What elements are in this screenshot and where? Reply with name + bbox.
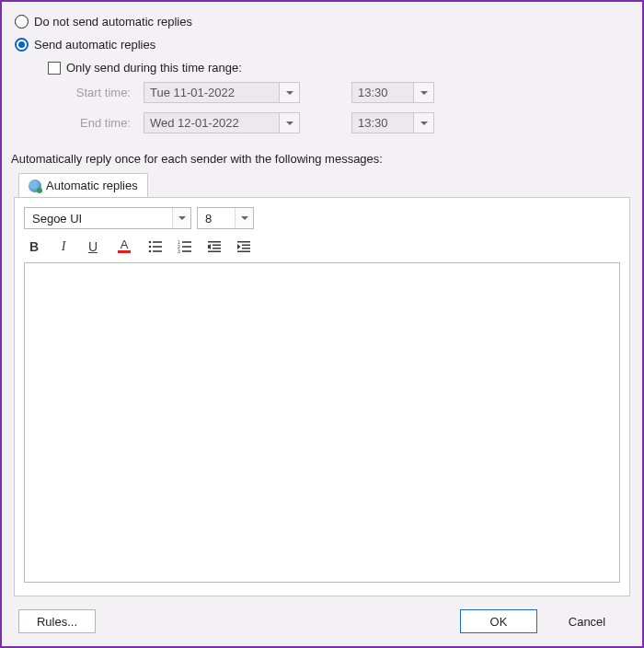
radio-send[interactable]: Send automatic replies xyxy=(15,38,633,52)
font-color-a-icon: A xyxy=(121,238,129,250)
radio-do-not-send[interactable]: Do not send automatic replies xyxy=(15,15,633,29)
svg-text:3: 3 xyxy=(178,249,180,254)
end-date-dropdown[interactable] xyxy=(280,112,300,133)
tab-strip: Automatic replies xyxy=(18,173,633,197)
editor-panel: Segoe UI 8 B I U A 123 xyxy=(14,197,630,596)
start-time-label: Start time: xyxy=(63,86,136,99)
start-date-field: Tue 11-01-2022 xyxy=(144,82,280,103)
radio-off-icon xyxy=(15,15,29,29)
svg-rect-6 xyxy=(182,241,191,243)
svg-rect-19 xyxy=(242,245,250,247)
chevron-down-icon xyxy=(286,122,293,125)
font-name-field: Segoe UI xyxy=(25,208,172,228)
chevron-down-icon xyxy=(241,216,248,220)
svg-rect-3 xyxy=(153,246,162,248)
indent-button[interactable] xyxy=(236,238,252,255)
svg-rect-14 xyxy=(213,248,221,249)
start-time-field: 13:30 xyxy=(351,82,414,103)
rules-button[interactable]: Rules... xyxy=(18,609,96,633)
radio-on-icon xyxy=(15,38,29,52)
font-name-dropdown[interactable] xyxy=(172,208,190,228)
ok-button[interactable]: OK xyxy=(460,609,537,633)
tab-label: Automatic replies xyxy=(46,179,138,192)
start-date-combo[interactable]: Tue 11-01-2022 xyxy=(144,82,300,103)
svg-point-4 xyxy=(149,250,152,253)
chevron-down-icon xyxy=(178,216,186,220)
start-time-dropdown[interactable] xyxy=(414,82,434,103)
automatic-replies-dialog: Do not send automatic replies Send autom… xyxy=(0,0,644,648)
svg-rect-20 xyxy=(242,248,250,249)
numbered-list-button[interactable]: 123 xyxy=(177,238,193,255)
section-description: Automatically reply once for each sender… xyxy=(11,152,633,166)
end-time-dropdown[interactable] xyxy=(414,112,434,133)
svg-rect-15 xyxy=(208,251,221,253)
italic-button[interactable]: I xyxy=(55,238,72,255)
message-body-input[interactable] xyxy=(24,262,620,583)
svg-rect-5 xyxy=(153,250,162,252)
svg-rect-21 xyxy=(237,251,250,253)
svg-marker-22 xyxy=(237,244,241,249)
dialog-footer: Rules... OK Cancel xyxy=(11,596,633,646)
time-range-check-row[interactable]: Only send during this time range: xyxy=(48,61,633,75)
editor-toolbar: B I U A 123 xyxy=(24,238,620,262)
svg-rect-8 xyxy=(182,250,191,252)
radio-off-label: Do not send automatic replies xyxy=(34,15,192,29)
underline-button[interactable]: U xyxy=(85,238,101,255)
cancel-button[interactable]: Cancel xyxy=(548,609,626,633)
tab-automatic-replies[interactable]: Automatic replies xyxy=(18,173,148,197)
chevron-down-icon xyxy=(420,91,428,95)
svg-rect-1 xyxy=(153,241,162,243)
bold-button[interactable]: B xyxy=(26,238,42,255)
bullet-list-button[interactable] xyxy=(147,238,164,255)
svg-rect-18 xyxy=(237,241,250,243)
svg-rect-7 xyxy=(182,246,191,248)
start-time-combo[interactable]: 13:30 xyxy=(351,82,434,103)
end-date-combo[interactable]: Wed 12-01-2022 xyxy=(144,112,300,133)
format-row: Segoe UI 8 xyxy=(24,207,620,229)
svg-rect-12 xyxy=(208,241,221,243)
font-color-button[interactable]: A xyxy=(114,238,134,255)
end-time-combo[interactable]: 13:30 xyxy=(351,112,434,133)
start-date-dropdown[interactable] xyxy=(280,82,300,103)
font-name-combo[interactable]: Segoe UI xyxy=(24,207,191,229)
font-size-dropdown[interactable] xyxy=(235,208,253,228)
radio-on-label: Send automatic replies xyxy=(34,38,155,52)
font-size-combo[interactable]: 8 xyxy=(197,207,254,229)
end-date-field: Wed 12-01-2022 xyxy=(144,112,280,133)
chevron-down-icon xyxy=(420,122,428,125)
svg-point-0 xyxy=(149,241,152,244)
time-range-grid: Start time: Tue 11-01-2022 13:30 End tim… xyxy=(63,82,633,133)
checkbox-icon xyxy=(48,62,61,75)
time-range-label: Only send during this time range: xyxy=(66,61,242,75)
font-color-bar xyxy=(118,250,131,253)
font-size-field: 8 xyxy=(198,208,235,228)
svg-point-2 xyxy=(149,246,152,249)
chevron-down-icon xyxy=(286,91,293,95)
end-time-label: End time: xyxy=(63,116,136,130)
svg-rect-13 xyxy=(213,245,221,247)
end-time-field: 13:30 xyxy=(351,112,414,133)
globe-icon xyxy=(29,179,41,192)
outdent-button[interactable] xyxy=(206,238,223,255)
